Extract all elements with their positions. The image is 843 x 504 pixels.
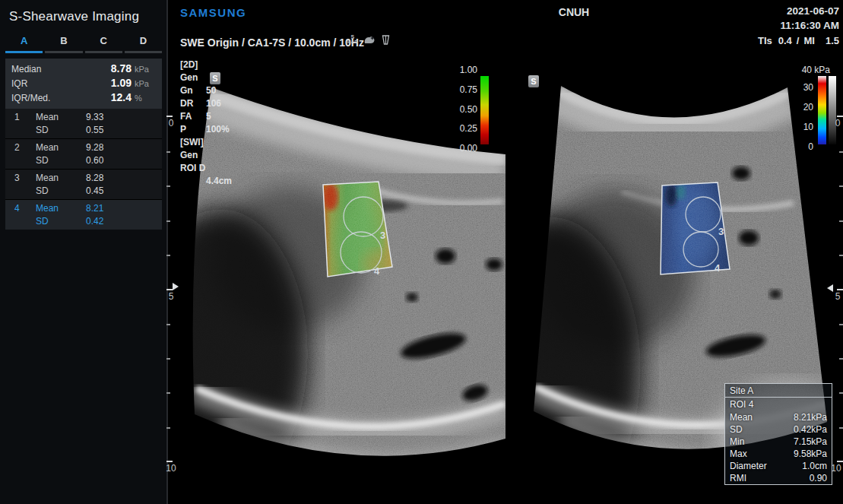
left-colorbar-label-050: 0.50 xyxy=(450,104,477,115)
right-ruler-major-tick xyxy=(837,461,843,462)
roi-3-mean-value: 8.28 xyxy=(86,172,162,185)
tab-d[interactable]: D xyxy=(125,35,162,53)
roi-row-3[interactable]: 3 Mean 8.28 SD 0.45 xyxy=(5,169,162,199)
roi-3-sd-value: 0.45 xyxy=(86,185,162,198)
param-2d-gen: Gen xyxy=(180,72,206,85)
site-results-table: Site A ROI 4 Mean 8.21kPa SD 0.42kPa Min… xyxy=(724,383,832,485)
param-gain-value: 50 xyxy=(206,85,216,98)
summary-row-iqr: IQR 1.09 kPa xyxy=(11,77,156,91)
page-title: S-Shearwave Imaging xyxy=(9,9,139,24)
left-colorbar-label-075: 0.75 xyxy=(450,84,477,95)
iqr-med-label: IQR/Med. xyxy=(11,93,50,103)
iqr-value: 1.09 xyxy=(111,77,132,89)
roi-1-mean-label: Mean xyxy=(36,111,86,124)
site-row-mean: Mean 8.21kPa xyxy=(725,411,832,423)
roi-2-index: 2 xyxy=(5,141,36,167)
left-ruler-label-0: 0 xyxy=(165,118,177,128)
site-row-rmi: RMI 0.90 xyxy=(725,472,832,484)
tab-c[interactable]: C xyxy=(85,35,122,53)
left-ruler-label-5: 5 xyxy=(165,291,177,302)
roi-4-sd-label: SD xyxy=(36,215,86,228)
roi-1-mean-value: 9.33 xyxy=(86,111,162,124)
date-text: 2021-06-07 xyxy=(715,4,839,18)
roi-row-4-selected[interactable]: 4 Mean 8.21 SD 0.42 xyxy=(5,199,162,230)
median-label: Median xyxy=(11,64,41,74)
roi-3-index: 3 xyxy=(5,172,36,198)
param-2d-header: [2D] xyxy=(180,59,206,72)
roi-4-mean-value: 8.21 xyxy=(86,202,162,215)
circle-label-4-left: 4 xyxy=(374,265,380,277)
site-tabs: A B C D xyxy=(5,35,162,53)
summary-stats-block: Median 8.78 kPa IQR 1.09 kPa IQR/Med. 12… xyxy=(5,59,162,109)
roi-2-sd-value: 0.60 xyxy=(86,154,162,167)
kpa-label-10: 10 xyxy=(786,122,813,132)
site-row-min: Min 7.15kPa xyxy=(725,436,832,448)
left-ruler-major-tick xyxy=(166,461,173,462)
focus-depth-marker-right[interactable] xyxy=(827,284,833,292)
tis-value: 0.4 xyxy=(778,35,792,46)
iqr-med-unit: % xyxy=(132,94,156,103)
datetime-block: 2021-06-07 11:16:30 AM xyxy=(715,4,839,33)
kpa-label-0: 0 xyxy=(786,141,813,152)
measurement-sidebar: S-Shearwave Imaging A B C D Median 8.78 … xyxy=(0,0,166,504)
orientation-marker-left: S xyxy=(210,72,220,84)
right-ruler-major-tick xyxy=(837,289,843,290)
preset-info-line: SWE Origin / CA1-7S / 10.0cm / 10Hz xyxy=(180,36,364,49)
iqr-unit: kPa xyxy=(132,79,156,88)
iqr-label: IQR xyxy=(11,78,27,89)
ti-mi-separator: / xyxy=(797,35,800,46)
site-table-title: Site A xyxy=(725,384,832,398)
tis-label: TIs xyxy=(758,35,772,46)
circle-label-4-right: 4 xyxy=(715,262,721,274)
imaging-parameters-block: [2D] Gen Gn50 DR106 FA5 P100% [SWI] Gen … xyxy=(180,59,232,189)
harmonic-imaging-icon: S HAR xyxy=(347,35,358,45)
roi-2-mean-value: 9.28 xyxy=(86,141,162,154)
preset-status-icons: S HAR xyxy=(347,34,391,46)
param-gain-label: Gn xyxy=(180,85,206,98)
roi-1-index: 1 xyxy=(5,111,36,137)
summary-row-median: Median 8.78 kPa xyxy=(11,62,156,77)
roi-3-mean-label: Mean xyxy=(36,172,86,185)
median-value: 8.78 xyxy=(111,62,132,74)
kpa-label-30: 30 xyxy=(786,82,813,93)
left-ruler-label-10: 10 xyxy=(165,463,177,474)
tab-b[interactable]: B xyxy=(45,35,82,53)
param-dr-value: 106 xyxy=(206,98,221,111)
roi-1-sd-value: 0.55 xyxy=(86,124,162,137)
roi-4-index: 4 xyxy=(5,202,36,228)
right-ruler-label-0: 0 xyxy=(832,118,843,128)
param-dr-label: DR xyxy=(180,98,206,111)
roi-measurement-list: 1 Mean 9.33 SD 0.55 2 Mean 9.28 SD 0.60 … xyxy=(5,109,162,230)
circle-label-3-left: 3 xyxy=(380,230,385,241)
focus-depth-marker-left[interactable] xyxy=(173,283,179,290)
kpa-colorbar-title: 40 kPa xyxy=(777,65,830,75)
mi-label: MI xyxy=(803,35,814,46)
roi-3-sd-label: SD xyxy=(36,185,86,198)
site-row-max: Max 9.58kPa xyxy=(725,448,832,460)
hospital-name: CNUH xyxy=(532,6,616,18)
ultrasound-screen: S-Shearwave Imaging A B C D Median 8.78 … xyxy=(0,0,843,504)
roi-1-sd-label: SD xyxy=(36,124,86,137)
roi-4-mean-label: Mean xyxy=(36,202,86,215)
summary-row-iqr-med: IQR/Med. 12.4 % xyxy=(11,91,156,106)
mi-value: 1.5 xyxy=(826,35,839,46)
left-elasto-colorbar xyxy=(480,76,489,144)
tab-a[interactable]: A xyxy=(5,35,43,53)
param-fa-label: FA xyxy=(180,111,206,124)
kpa-elasto-colorbar xyxy=(818,76,826,144)
left-colorbar-label-025: 0.25 xyxy=(450,123,477,134)
needle-guide-icon xyxy=(381,34,391,46)
site-row-diameter: Diameter 1.0cm xyxy=(725,460,832,472)
left-colorbar-label-100: 1.00 xyxy=(450,65,477,75)
time-text: 11:16:30 AM xyxy=(715,18,839,33)
roi-row-1[interactable]: 1 Mean 9.33 SD 0.55 xyxy=(5,109,162,138)
roi-2-sd-label: SD xyxy=(36,154,86,167)
iqr-med-value: 12.4 xyxy=(111,91,132,103)
param-power-label: P xyxy=(180,124,206,137)
site-row-sd: SD 0.42kPa xyxy=(725,423,832,436)
samsung-logo: SAMSUNG xyxy=(180,6,246,19)
left-colorbar-label-000: 0.00 xyxy=(450,143,477,154)
param-roi-d-value: 4.4cm xyxy=(206,176,232,189)
quickscan-icon xyxy=(363,35,376,45)
roi-row-2[interactable]: 2 Mean 9.28 SD 0.60 xyxy=(5,138,162,169)
